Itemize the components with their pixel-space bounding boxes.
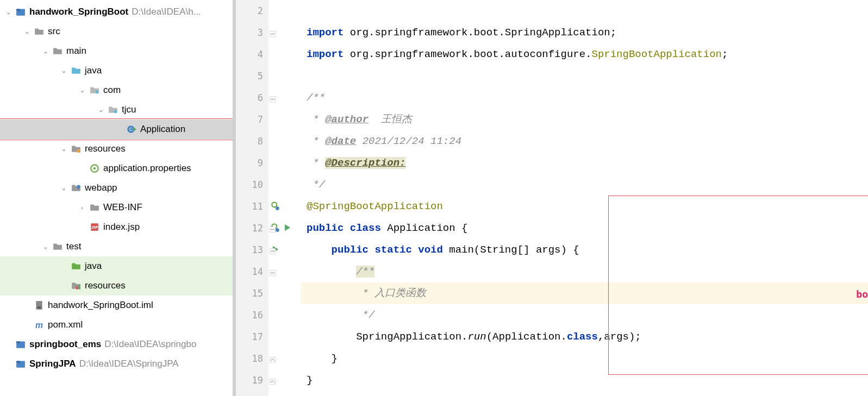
gutter-row <box>268 0 301 22</box>
chevron-down-icon[interactable]: ⌄ <box>60 67 67 74</box>
gutter-icons[interactable] <box>268 0 301 396</box>
line-number[interactable]: 16 <box>236 304 268 326</box>
tree-item-test[interactable]: ⌄test <box>0 237 233 256</box>
code-line[interactable] <box>301 0 868 22</box>
tree-item-handwork-springboot[interactable]: ⌄handwork_SpringBootD:\Idea\IDEA\h... <box>0 2 233 22</box>
tree-item-handwork-springboot-iml[interactable]: handwork_SpringBoot.iml <box>0 296 233 315</box>
code-line[interactable]: */ <box>301 174 868 196</box>
code-line[interactable]: * @date 2021/12/24 11:24 <box>301 130 868 152</box>
tree-item-resources[interactable]: resources <box>0 276 233 296</box>
svg-rect-13 <box>79 285 80 290</box>
chevron-down-icon[interactable]: ⌄ <box>78 87 86 94</box>
tree-item-com[interactable]: ⌄com <box>0 80 233 100</box>
code-line[interactable]: * @author 王恒杰 <box>301 109 868 130</box>
line-number[interactable]: 5 <box>236 65 268 87</box>
line-gutter[interactable]: 2345678910111213141516171819 <box>236 0 268 396</box>
tree-path: D:\Idea\IDEA\SpringJPA <box>79 359 179 369</box>
project-icon <box>15 339 26 350</box>
code-area[interactable]: import org.springframework.boot.SpringAp… <box>301 0 868 396</box>
line-number[interactable]: 2 <box>236 0 268 22</box>
tree-item-src[interactable]: ⌄src <box>0 22 233 41</box>
tree-item-springboot-ems[interactable]: springboot_emsD:\Idea\IDEA\springbo <box>0 335 233 354</box>
jsp-icon: JSP <box>89 222 100 232</box>
folder-gray-icon <box>52 241 63 252</box>
line-number[interactable]: 3 <box>236 22 268 43</box>
code-line[interactable] <box>301 65 868 87</box>
tree-label: main <box>66 46 86 56</box>
code-line[interactable]: public static void main(String[] args) { <box>301 239 868 261</box>
code-line[interactable]: } <box>301 369 868 391</box>
code-line[interactable]: SpringApplication.run(Application.class,… <box>301 326 868 348</box>
line-number[interactable]: 8 <box>236 130 268 152</box>
web-folder-icon <box>71 183 82 193</box>
chevron-down-icon[interactable]: ⌄ <box>60 185 67 192</box>
tree-item-springjpa[interactable]: SpringJPAD:\Idea\IDEA\SpringJPA <box>0 354 233 374</box>
line-number[interactable]: 13 <box>236 239 268 261</box>
code-line[interactable]: @SpringBootApplication <box>301 196 868 217</box>
code-line[interactable]: * 入口类函数 <box>301 282 868 304</box>
tree-item-main[interactable]: ⌄main <box>0 41 233 61</box>
svg-rect-12 <box>76 286 78 290</box>
project-tree[interactable]: ⌄handwork_SpringBootD:\Idea\IDEA\h...⌄sr… <box>0 0 233 396</box>
code-line[interactable]: import org.springframework.boot.SpringAp… <box>301 22 868 43</box>
gutter-row <box>268 326 301 348</box>
line-number[interactable]: 14 <box>236 261 268 282</box>
fold-icon[interactable] <box>270 377 276 384</box>
tree-label: com <box>103 85 121 96</box>
gutter-row <box>268 304 301 326</box>
fold-icon[interactable] <box>270 355 276 362</box>
chevron-down-icon[interactable]: ⌄ <box>4 9 12 16</box>
code-line[interactable]: /** <box>301 261 868 282</box>
line-number[interactable]: 12 <box>236 217 268 239</box>
gutter-row <box>268 369 301 391</box>
chevron-down-icon[interactable]: ⌄ <box>41 243 49 250</box>
tree-item-pom-xml[interactable]: mpom.xml <box>0 315 233 335</box>
svg-point-3 <box>114 110 117 114</box>
line-number[interactable]: 17 <box>236 326 268 348</box>
line-number[interactable]: 15 <box>236 282 268 304</box>
tree-item-java[interactable]: ⌄java <box>0 61 233 80</box>
code-line[interactable]: /** <box>301 87 868 109</box>
line-number[interactable]: 18 <box>236 348 268 369</box>
code-line[interactable]: public class Application { <box>301 217 868 239</box>
code-line[interactable]: } <box>301 348 868 369</box>
line-number[interactable]: 10 <box>236 174 268 196</box>
chevron-down-icon[interactable]: ⌄ <box>97 106 104 114</box>
tree-item-web-inf[interactable]: ›WEB-INF <box>0 198 233 217</box>
code-line[interactable]: */ <box>301 304 868 326</box>
tree-item-java[interactable]: java <box>0 256 233 276</box>
gutter-row <box>268 109 301 130</box>
fold-icon[interactable] <box>270 225 276 231</box>
search-icon[interactable] <box>271 201 280 212</box>
line-number[interactable]: 9 <box>236 152 268 174</box>
folder-cyan-icon <box>71 65 82 76</box>
svg-rect-15 <box>38 306 41 308</box>
fold-icon[interactable] <box>270 247 276 253</box>
tree-item-index-jsp[interactable]: JSPindex.jsp <box>0 217 233 237</box>
fold-icon[interactable] <box>270 268 276 275</box>
chevron-down-icon[interactable]: ⌄ <box>60 146 67 153</box>
svg-rect-18 <box>16 341 20 343</box>
tree-item-application[interactable]: CApplication <box>0 120 233 139</box>
line-number[interactable]: 4 <box>236 43 268 65</box>
line-number[interactable]: 6 <box>236 87 268 109</box>
code-line[interactable]: import org.springframework.boot.autoconf… <box>301 43 868 65</box>
fold-icon[interactable] <box>270 95 276 101</box>
code-editor[interactable]: 2345678910111213141516171819 import org.… <box>236 0 868 396</box>
line-number[interactable]: 11 <box>236 196 268 217</box>
run-icon[interactable] <box>283 223 291 234</box>
gutter-row <box>268 174 301 196</box>
tree-item-application-properties[interactable]: application.properties <box>0 159 233 178</box>
chevron-down-icon[interactable]: ⌄ <box>41 48 49 55</box>
chevron-right-icon[interactable]: › <box>78 204 86 211</box>
code-line[interactable]: * @Description: <box>301 152 868 174</box>
fold-icon[interactable] <box>270 29 276 36</box>
tree-item-tjcu[interactable]: ⌄tjcu <box>0 100 233 120</box>
gutter-row <box>268 43 301 65</box>
chevron-down-icon[interactable]: ⌄ <box>23 28 30 35</box>
tree-item-webapp[interactable]: ⌄webapp <box>0 178 233 198</box>
tree-label: test <box>66 241 81 252</box>
line-number[interactable]: 19 <box>236 369 268 391</box>
line-number[interactable]: 7 <box>236 109 268 130</box>
tree-item-resources[interactable]: ⌄resources <box>0 139 233 159</box>
